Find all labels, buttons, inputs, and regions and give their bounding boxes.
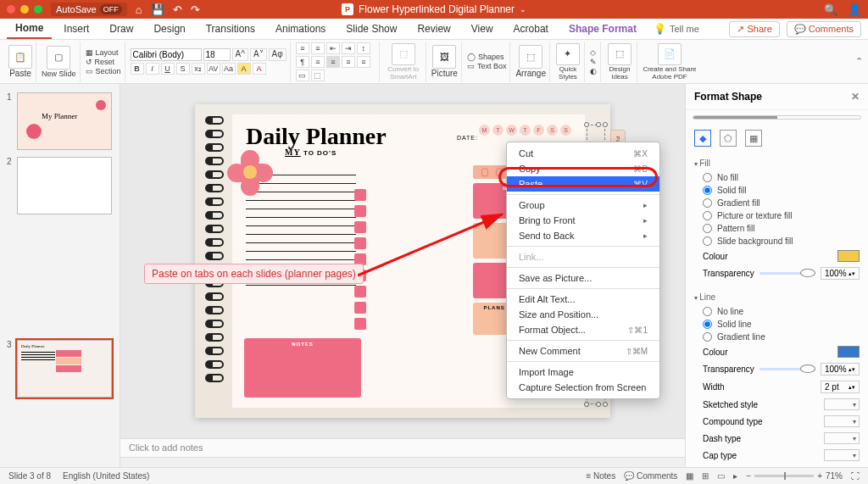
ctx-new-comment[interactable]: New Comment⇧⌘M — [507, 343, 659, 359]
font-size-input[interactable] — [203, 48, 231, 61]
compound-dropdown[interactable] — [824, 415, 860, 427]
align-left-button[interactable]: ≡ — [311, 56, 325, 68]
save-icon[interactable]: 💾 — [151, 3, 164, 16]
comments-toggle[interactable]: 💬 Comments — [624, 471, 677, 481]
tab-transitions[interactable]: Transitions — [198, 19, 264, 38]
smartart-group[interactable]: ⬚Convert to SmartArt — [381, 42, 426, 82]
fit-icon[interactable]: ⛶ — [851, 471, 860, 481]
decrease-font-icon[interactable]: A˅ — [250, 48, 267, 61]
solid-line-radio[interactable]: Solid line — [694, 318, 860, 331]
tab-review[interactable]: Review — [409, 19, 459, 38]
no-line-radio[interactable]: No line — [694, 305, 860, 318]
fill-transparency-value[interactable]: 100%▴▾ — [821, 267, 860, 280]
gradient-line-radio[interactable]: Gradient line — [694, 331, 860, 343]
arrange-group[interactable]: ⬚Arrange — [512, 42, 550, 82]
collapse-ribbon-icon[interactable]: ⌃ — [855, 56, 863, 67]
language-indicator[interactable]: English (United States) — [63, 471, 149, 481]
tab-home[interactable]: Home — [7, 19, 52, 39]
tab-view[interactable]: View — [463, 19, 502, 38]
tab-acrobat[interactable]: Acrobat — [505, 19, 557, 38]
new-slide-group[interactable]: ▢New Slide — [38, 42, 81, 82]
comments-button[interactable]: 💬 Comments — [787, 21, 861, 37]
share-button[interactable]: ↗ Share — [729, 21, 779, 37]
clear-format-icon[interactable]: Aφ — [269, 48, 287, 61]
ctx-size-position[interactable]: Size and Position... — [507, 307, 659, 322]
ctx-format-object[interactable]: Format Object...⇧⌘1 — [507, 322, 659, 337]
tab-animations[interactable]: Animations — [267, 19, 334, 38]
home-icon[interactable]: ⌂ — [136, 3, 142, 16]
highlight-button[interactable]: A — [237, 63, 251, 75]
thumb-3[interactable]: 3Daily Planner — [0, 337, 120, 401]
tell-me-icon[interactable]: 💡 — [654, 23, 666, 35]
gradient-fill-radio[interactable]: Gradient fill — [694, 197, 860, 209]
font-name-input[interactable] — [131, 48, 202, 61]
case-button[interactable]: Aa — [222, 63, 236, 75]
sub-button[interactable]: x₂ — [192, 63, 205, 75]
ctx-group[interactable]: Group — [507, 197, 659, 213]
tab-draw[interactable]: Draw — [101, 19, 142, 38]
fill-colour-swatch[interactable] — [837, 250, 860, 262]
text-options-tab[interactable]: Text Options — [777, 116, 861, 120]
adobe-group[interactable]: 📄Create and Share Adobe PDF — [639, 42, 700, 82]
tell-me-label[interactable]: Tell me — [670, 24, 699, 34]
ctx-edit-alt-text[interactable]: Edit Alt Text... — [507, 292, 659, 307]
section-button[interactable]: ▭ Section — [86, 67, 121, 75]
search-icon[interactable]: 🔍 — [824, 3, 837, 16]
size-props-icon[interactable]: ▦ — [745, 130, 762, 147]
design-ideas-group[interactable]: ⬚Design Ideas — [603, 42, 637, 82]
window-controls[interactable] — [7, 5, 42, 14]
tab-insert[interactable]: Insert — [55, 19, 97, 38]
horizontal-scrollbar[interactable] — [120, 457, 685, 467]
ctx-send-to-back[interactable]: Send to Back — [507, 228, 659, 243]
tab-slideshow[interactable]: Slide Show — [337, 19, 405, 38]
thumb-2[interactable]: 2 — [0, 153, 120, 218]
sketched-dropdown[interactable] — [824, 398, 860, 410]
tab-shape-format[interactable]: Shape Format — [560, 19, 645, 38]
paste-group[interactable]: 📋Paste — [5, 42, 36, 82]
ctx-paste[interactable]: Paste⌘V — [507, 176, 659, 192]
effects-icon[interactable]: ⬠ — [720, 130, 737, 147]
thumb-1[interactable]: 1 — [0, 89, 120, 153]
normal-view-icon[interactable]: ▦ — [686, 471, 693, 481]
fill-line-icon[interactable]: ◆ — [694, 130, 711, 147]
slide-bg-fill-radio[interactable]: Slide background fill — [694, 235, 860, 248]
ctx-bring-to-front[interactable]: Bring to Front — [507, 213, 659, 228]
cap-dropdown[interactable] — [824, 449, 860, 461]
charspace-button[interactable]: AV — [207, 63, 220, 75]
zoom-control[interactable]: −+71% — [746, 471, 843, 481]
undo-icon[interactable]: ↶ — [173, 3, 182, 16]
slide-indicator[interactable]: Slide 3 of 8 — [8, 471, 51, 481]
font-color-button[interactable]: A — [253, 63, 266, 75]
user-icon[interactable]: 👤 — [848, 3, 861, 16]
dash-dropdown[interactable] — [824, 432, 860, 444]
notes-toggle[interactable]: ≡ Notes — [586, 471, 615, 481]
textbox-button[interactable]: ▭ Text Box — [467, 62, 507, 70]
reading-view-icon[interactable]: ▭ — [717, 471, 725, 481]
no-fill-radio[interactable]: No fill — [694, 171, 860, 184]
increase-font-icon[interactable]: A^ — [232, 48, 248, 61]
line-section[interactable]: Line — [694, 289, 860, 305]
quick-styles-group[interactable]: ✦Quick Styles — [552, 42, 585, 82]
shapes-button[interactable]: ◯ Shapes — [467, 53, 507, 61]
ctx-copy[interactable]: Copy⌘C — [507, 161, 659, 176]
ctx-cut[interactable]: Cut⌘X — [507, 146, 659, 161]
shape-options-tab[interactable]: Shape Options — [693, 116, 777, 120]
strike-button[interactable]: S — [176, 63, 190, 75]
slideshow-view-icon[interactable]: ▸ — [733, 471, 737, 481]
autosave-toggle[interactable]: AutoSave OFF — [51, 3, 127, 16]
sorter-view-icon[interactable]: ⊞ — [702, 471, 709, 481]
pattern-fill-radio[interactable]: Pattern fill — [694, 222, 860, 235]
solid-fill-radio[interactable]: Solid fill — [694, 184, 860, 197]
redo-icon[interactable]: ↷ — [191, 3, 200, 16]
tab-design[interactable]: Design — [145, 19, 193, 38]
bullets-button[interactable]: ≡ — [296, 42, 309, 54]
fill-section[interactable]: Fill — [694, 155, 860, 171]
ctx-capture-selection[interactable]: Capture Selection from Screen — [507, 380, 659, 395]
line-transparency-slider[interactable] — [760, 368, 815, 370]
picture-group[interactable]: 🖼Picture — [428, 42, 462, 82]
reset-button[interactable]: ↺ Reset — [86, 58, 121, 66]
underline-button[interactable]: U — [161, 63, 175, 75]
close-icon[interactable]: ✕ — [851, 91, 860, 103]
slide-canvas[interactable]: Paste on tabs on each slides (planner pa… — [120, 84, 685, 438]
picture-fill-radio[interactable]: Picture or texture fill — [694, 209, 860, 222]
